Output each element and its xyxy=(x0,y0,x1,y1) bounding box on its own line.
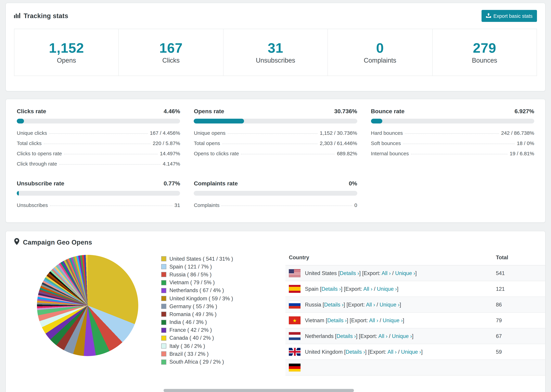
country-flag-ru xyxy=(289,301,300,308)
legend-item[interactable]: Netherlands ( 67 / 4% ) xyxy=(161,287,276,294)
country-name: Russia [Details ›] [Export: All › / Uniq… xyxy=(305,301,401,308)
export-all-link[interactable]: All › xyxy=(369,317,378,323)
rate-progress-bar xyxy=(17,191,180,196)
legend-item[interactable]: Romania ( 49 / 3% ) xyxy=(161,310,276,318)
metric-label: Internal bounces xyxy=(371,150,409,156)
legend-item[interactable]: Vietnam ( 79 / 5% ) xyxy=(161,279,276,287)
stat-box-clicks: 167Clicks xyxy=(119,29,224,76)
export-unique-link[interactable]: Unique › xyxy=(392,333,412,339)
total-cell: 121 xyxy=(493,281,545,297)
dotted-leader xyxy=(228,133,318,133)
metric-row: Unsubscribes31 xyxy=(17,200,180,210)
stat-box-complaints: 0Complaints xyxy=(327,29,432,76)
export-all-link[interactable]: All › xyxy=(381,270,391,276)
metric-value: 18 / 0% xyxy=(517,140,534,146)
metric-value: 220 / 5.87% xyxy=(153,140,180,146)
legend-label: Romania ( 49 / 3% ) xyxy=(170,311,217,317)
total-cell: 541 xyxy=(493,265,545,281)
legend-label: Brazil ( 33 / 2% ) xyxy=(170,351,209,357)
dotted-leader xyxy=(411,154,508,154)
geo-pie-legend: United States ( 541 / 31% )Spain ( 121 /… xyxy=(161,250,276,366)
export-unique-link[interactable]: Unique › xyxy=(377,286,397,292)
metric-row: Unique opens1,152 / 30.736% xyxy=(194,128,357,138)
metric-label: Clicks to opens rate xyxy=(17,150,62,156)
metric-label: Hard bounces xyxy=(371,130,403,136)
details-link[interactable]: Details › xyxy=(346,349,365,355)
legend-item[interactable]: Spain ( 121 / 7% ) xyxy=(161,263,276,271)
export-all-link[interactable]: All › xyxy=(366,301,375,307)
legend-item[interactable]: India ( 46 / 3% ) xyxy=(161,318,276,326)
country-flag-vn xyxy=(289,316,300,324)
metric-label: Opens to clicks rate xyxy=(194,150,239,156)
metric-value: 19 / 6.81% xyxy=(510,150,534,156)
horizontal-scrollbar-thumb[interactable] xyxy=(164,389,354,392)
stat-label: Clicks xyxy=(162,57,180,64)
rate-title: Complaints rate xyxy=(194,180,238,187)
metric-row: Total opens2,303 / 61.446% xyxy=(194,138,357,148)
details-link[interactable]: Details › xyxy=(336,333,356,339)
legend-item[interactable]: Canada ( 40 / 2% ) xyxy=(161,334,276,342)
export-basic-stats-button[interactable]: Export basic stats xyxy=(481,10,537,22)
geo-pie-chart[interactable] xyxy=(37,255,138,356)
rate-block: Unsubscribe rate0.77%Unsubscribes31 xyxy=(17,180,180,210)
details-link[interactable]: Details › xyxy=(322,286,341,292)
metric-row: Internal bounces19 / 6.81% xyxy=(371,148,534,158)
dotted-leader xyxy=(64,154,158,154)
metric-row: Click through rate4.147% xyxy=(17,158,180,169)
export-unique-link[interactable]: Unique › xyxy=(383,317,403,323)
legend-swatch xyxy=(161,336,166,341)
legend-item[interactable]: South Africa ( 29 / 2% ) xyxy=(161,358,276,366)
details-link[interactable]: Details › xyxy=(340,270,359,276)
legend-label: Germany ( 55 / 3% ) xyxy=(170,303,217,309)
export-unique-link[interactable]: Unique › xyxy=(401,349,421,355)
legend-label: Spain ( 121 / 7% ) xyxy=(170,264,212,270)
legend-swatch xyxy=(161,304,166,309)
export-all-link[interactable]: All › xyxy=(363,286,372,292)
stat-value: 0 xyxy=(376,40,384,56)
legend-item[interactable]: United Kingdom ( 59 / 3% ) xyxy=(161,294,276,302)
legend-item[interactable]: Brazil ( 33 / 2% ) xyxy=(161,350,276,358)
export-all-link[interactable]: All › xyxy=(378,333,387,339)
rate-title: Clicks rate xyxy=(17,108,46,115)
metric-label: Total clicks xyxy=(17,140,42,146)
metric-row: Opens to clicks rate689.82% xyxy=(194,148,357,158)
legend-swatch xyxy=(161,320,166,325)
rates-card: Clicks rate4.46%Unique clicks167 / 4.456… xyxy=(6,99,545,223)
metric-row: Complaints0 xyxy=(194,200,357,210)
country-name: Spain [Details ›] [Export: All › / Uniqu… xyxy=(305,286,398,292)
dotted-leader xyxy=(49,133,148,133)
tracking-stats-header: Tracking stats Export basic stats xyxy=(6,3,545,27)
rate-progress-fill xyxy=(17,191,19,196)
export-unique-link[interactable]: Unique › xyxy=(380,301,400,307)
geo-table-row: Russia [Details ›] [Export: All › / Uniq… xyxy=(285,297,545,313)
legend-label: France ( 42 / 2% ) xyxy=(170,327,212,333)
rate-title: Opens rate xyxy=(194,108,224,115)
legend-label: India ( 46 / 3% ) xyxy=(170,319,207,325)
metric-value: 31 xyxy=(174,202,180,208)
export-icon xyxy=(486,13,491,19)
legend-swatch xyxy=(161,280,166,285)
geo-body: United States ( 541 / 31% )Spain ( 121 /… xyxy=(6,250,545,376)
legend-item[interactable]: Russia ( 86 / 5% ) xyxy=(161,271,276,279)
country-flag-gb xyxy=(289,348,300,356)
export-unique-link[interactable]: Unique › xyxy=(395,270,415,276)
geo-table-header-row: Country Total xyxy=(285,250,545,265)
export-all-link[interactable]: All › xyxy=(388,349,397,355)
metric-value: 2,303 / 61.446% xyxy=(320,140,357,146)
country-name: Vietnam [Details ›] [Export: All › / Uni… xyxy=(305,317,404,323)
legend-label: United States ( 541 / 31% ) xyxy=(170,256,233,262)
rate-progress-bar xyxy=(17,119,180,124)
legend-item[interactable]: Italy ( 36 / 2% ) xyxy=(161,342,276,350)
legend-item[interactable]: France ( 42 / 2% ) xyxy=(161,326,276,334)
legend-item[interactable]: United States ( 541 / 31% ) xyxy=(161,255,276,263)
dotted-leader xyxy=(403,143,515,144)
legend-label: Vietnam ( 79 / 5% ) xyxy=(170,280,215,286)
details-link[interactable]: Details › xyxy=(327,317,347,323)
legend-swatch xyxy=(161,343,166,349)
legend-item[interactable]: Germany ( 55 / 3% ) xyxy=(161,302,276,310)
details-link[interactable]: Details › xyxy=(324,301,344,307)
metric-value: 14.497% xyxy=(160,150,180,156)
metric-value: 689.82% xyxy=(337,150,357,156)
metric-label: Total opens xyxy=(194,140,220,146)
stat-box-opens: 1,152Opens xyxy=(14,29,119,76)
